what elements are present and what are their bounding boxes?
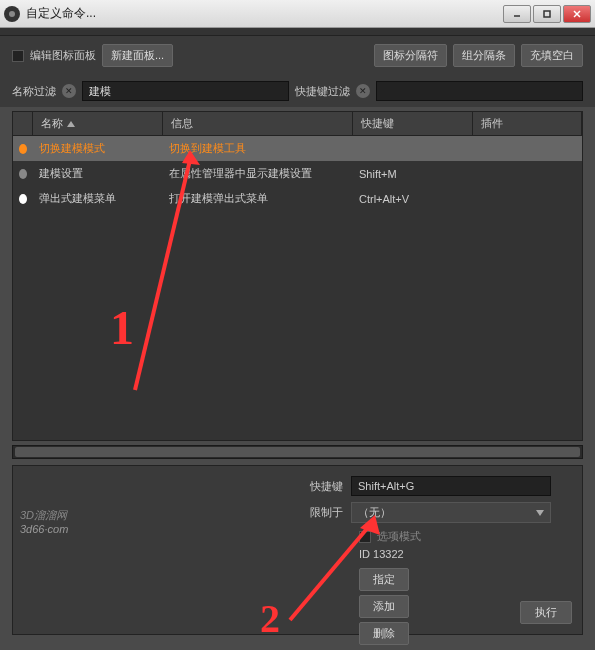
toggle-icon xyxy=(19,144,27,154)
gear-icon xyxy=(19,169,27,179)
maximize-button[interactable] xyxy=(533,5,561,23)
icon-separator-button[interactable]: 图标分隔符 xyxy=(374,44,447,67)
restrict-label: 限制于 xyxy=(303,505,343,520)
app-icon xyxy=(4,6,20,22)
command-table: 名称 信息 快捷键 插件 切换建模模式 切换到建模工具 建模设置 在属性管理器中… xyxy=(12,111,583,441)
titlebar: 自定义命令... xyxy=(0,0,595,28)
table-row[interactable]: 弹出式建模菜单 打开建模弹出式菜单 Ctrl+Alt+V xyxy=(13,186,582,211)
svg-marker-5 xyxy=(536,510,544,516)
window-title: 自定义命令... xyxy=(26,5,503,22)
th-name[interactable]: 名称 xyxy=(33,112,163,135)
edit-palette-checkbox[interactable] xyxy=(12,50,24,62)
shortcut-form-label: 快捷键 xyxy=(303,479,343,494)
assign-button[interactable]: 指定 xyxy=(359,568,409,591)
th-info[interactable]: 信息 xyxy=(163,112,353,135)
sort-asc-icon xyxy=(67,121,75,127)
restrict-value: （无） xyxy=(358,505,391,520)
popup-icon xyxy=(19,194,27,204)
table-body: 切换建模模式 切换到建模工具 建模设置 在属性管理器中显示建模设置 Shift+… xyxy=(13,136,582,440)
cell-info: 在属性管理器中显示建模设置 xyxy=(163,163,353,184)
cell-shortcut xyxy=(353,138,473,159)
option-mode-label: 选项模式 xyxy=(377,529,421,544)
cell-info: 打开建模弹出式菜单 xyxy=(163,188,353,209)
svg-rect-1 xyxy=(544,11,550,17)
clear-name-filter-icon[interactable]: ✕ xyxy=(62,84,76,98)
id-text: ID 13322 xyxy=(359,548,551,560)
th-name-label: 名称 xyxy=(41,116,63,131)
table-row[interactable]: 切换建模模式 切换到建模工具 xyxy=(13,136,582,161)
scrollbar-thumb[interactable] xyxy=(15,447,580,457)
cell-info: 切换到建模工具 xyxy=(163,138,353,159)
svg-marker-4 xyxy=(67,121,75,127)
cell-name: 切换建模模式 xyxy=(33,138,163,159)
table-row[interactable]: 建模设置 在属性管理器中显示建模设置 Shift+M xyxy=(13,161,582,186)
toolbar: 编辑图标面板 新建面板... 图标分隔符 组分隔条 充填空白 xyxy=(0,36,595,75)
shortcut-filter-label: 快捷键过滤 xyxy=(295,84,350,99)
window-buttons xyxy=(503,5,591,23)
cell-shortcut: Shift+M xyxy=(353,163,473,184)
shortcut-input[interactable] xyxy=(351,476,551,496)
edit-palette-label: 编辑图标面板 xyxy=(30,48,96,63)
chevron-down-icon xyxy=(536,510,544,516)
th-check xyxy=(13,112,33,135)
clear-shortcut-filter-icon[interactable]: ✕ xyxy=(356,84,370,98)
shortcut-filter-input[interactable] xyxy=(376,81,583,101)
horizontal-scrollbar[interactable] xyxy=(12,445,583,459)
cell-shortcut: Ctrl+Alt+V xyxy=(353,188,473,209)
th-plugin[interactable]: 插件 xyxy=(473,112,582,135)
th-shortcut[interactable]: 快捷键 xyxy=(353,112,473,135)
execute-button[interactable]: 执行 xyxy=(520,601,572,624)
filter-row: 名称过滤 ✕ 快捷键过滤 ✕ xyxy=(0,75,595,107)
grip-bar xyxy=(0,28,595,36)
details-panel: 快捷键 限制于 （无） 选项模式 ID 13322 指定 添加 删除 执行 xyxy=(12,465,583,635)
name-filter-label: 名称过滤 xyxy=(12,84,56,99)
table-header: 名称 信息 快捷键 插件 xyxy=(13,112,582,136)
delete-button[interactable]: 删除 xyxy=(359,622,409,645)
group-separator-button[interactable]: 组分隔条 xyxy=(453,44,515,67)
fill-blank-button[interactable]: 充填空白 xyxy=(521,44,583,67)
option-mode-checkbox[interactable] xyxy=(359,531,371,543)
restrict-dropdown[interactable]: （无） xyxy=(351,502,551,523)
close-button[interactable] xyxy=(563,5,591,23)
add-button[interactable]: 添加 xyxy=(359,595,409,618)
minimize-button[interactable] xyxy=(503,5,531,23)
cell-name: 弹出式建模菜单 xyxy=(33,188,163,209)
name-filter-input[interactable] xyxy=(82,81,289,101)
cell-name: 建模设置 xyxy=(33,163,163,184)
new-palette-button[interactable]: 新建面板... xyxy=(102,44,173,67)
